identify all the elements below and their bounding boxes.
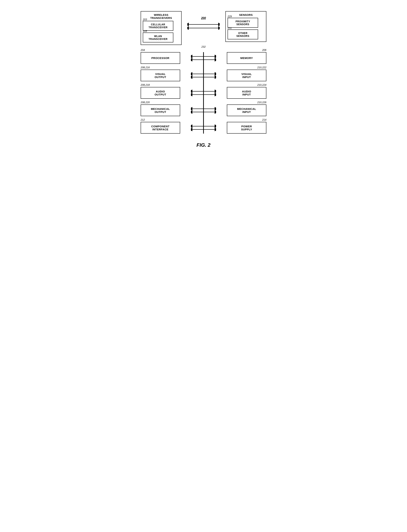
processor-box: PROCESSOR <box>141 52 180 64</box>
ref-212: 212 <box>141 118 145 121</box>
wireless-transceivers-label: WIRELESS TRANSCEIVERS <box>143 13 180 19</box>
sensors-label: SENSORS <box>227 13 264 16</box>
ref-229: 229 <box>227 15 232 18</box>
audio-arrows <box>180 89 227 97</box>
power-supply-box: POWER SUPPLY <box>227 122 266 134</box>
wlan-transceiver-box: WLAN TRANSCEIVER <box>143 32 173 42</box>
processor-memory-row: 204 206 PROCESSOR <box>141 52 266 64</box>
component-power-row: 212 214 COMPONENT INTERFACE <box>141 122 266 134</box>
top-center-arrows <box>182 11 225 31</box>
top-double-arrow <box>187 22 220 31</box>
cellular-transceiver-box: CELLULAR TRANSCEIVER <box>143 21 173 31</box>
memory-box: MEMORY <box>227 52 266 64</box>
ref-208-218: 208,218 <box>141 83 150 86</box>
ref-203: 203 <box>143 18 147 21</box>
ref-210-226: 210,226 <box>257 101 266 104</box>
audio-row: 208,218 210,224 AUDIO OUTPUT <box>141 87 266 99</box>
visual-output-box: VISUAL OUTPUT <box>141 70 180 81</box>
wireless-transceivers-group: WIRELESS TRANSCEIVERS 203 CELLULAR TRANS… <box>141 11 182 45</box>
middle-section: 204 206 PROCESSOR <box>141 52 266 134</box>
processor-memory-arrows <box>180 54 227 63</box>
other-sensors-box: OTHER SENSORS <box>227 30 258 39</box>
ref-214: 214 <box>262 118 266 121</box>
figure-caption: FIG. 2 <box>141 142 266 148</box>
ref-200: 200 <box>201 16 206 20</box>
mechanical-input-box: MECHANICAL INPUT <box>227 105 266 116</box>
ref-205: 205 <box>143 30 147 32</box>
visual-arrows <box>180 71 227 80</box>
visual-row: 208,216 210,222 VISUAL OUTPUT <box>141 70 266 81</box>
visual-input-box: VISUAL INPUT <box>227 70 266 81</box>
ref-232: 232 <box>201 45 205 48</box>
component-arrows <box>180 123 227 132</box>
sensors-group: SENSORS 229 PROXIMITY SENSORS 231 OTHER … <box>225 11 266 42</box>
ref-231: 231 <box>227 27 232 30</box>
ref-208-220: 208,220 <box>141 101 150 104</box>
audio-output-box: AUDIO OUTPUT <box>141 87 180 99</box>
mechanical-output-box: MECHANICAL OUTPUT <box>141 105 180 116</box>
mechanical-row: 208,220 210,226 MECHANICAL OUTPUT <box>141 105 266 116</box>
ref-210-224: 210,224 <box>257 83 266 86</box>
ref-208-216: 208,216 <box>141 66 150 69</box>
ref-204: 204 <box>141 48 145 51</box>
ref-210-222: 210,222 <box>257 66 266 69</box>
diagram-container: 202 228 200 WIRELESS TRANSCEIVERS 203 CE… <box>135 0 272 159</box>
audio-input-box: AUDIO INPUT <box>227 87 266 99</box>
proximity-sensors-box: PROXIMITY SENSORS <box>227 18 258 28</box>
top-section: 202 228 200 WIRELESS TRANSCEIVERS 203 CE… <box>141 11 266 45</box>
mechanical-arrows <box>180 106 227 115</box>
ref-206: 206 <box>262 48 266 51</box>
component-interface-box: COMPONENT INTERFACE <box>141 122 180 134</box>
